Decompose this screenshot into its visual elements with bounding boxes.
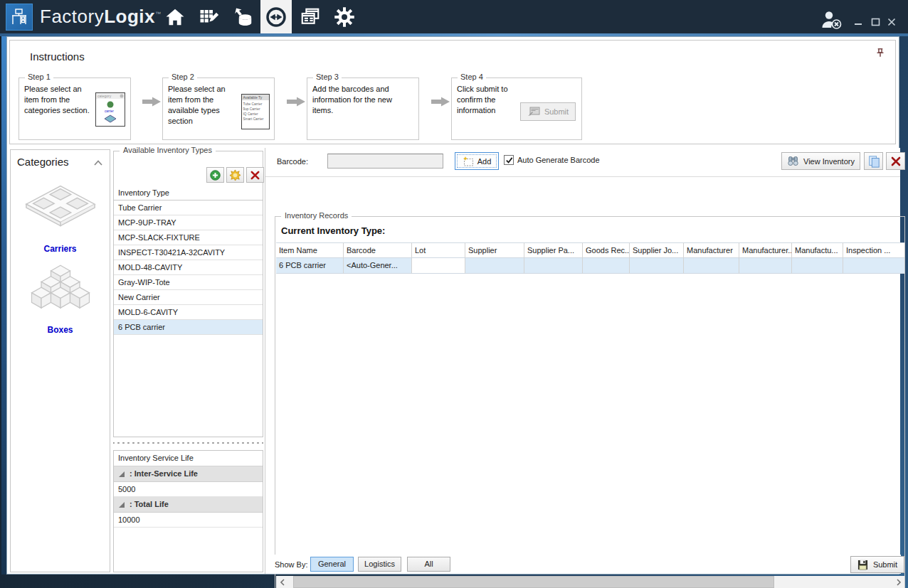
column-header-supplier-job[interactable]: Supplier Jo...: [630, 242, 684, 258]
type-row[interactable]: Gray-WIP-Tote: [114, 275, 263, 290]
step-4-text: Click submit to confirm the information: [457, 84, 521, 116]
step-arrow-icon: [430, 96, 451, 107]
step-4-box: Step 4 Click submit to confirm the infor…: [451, 77, 582, 140]
reports-windows-icon[interactable]: [295, 0, 326, 33]
column-header-lot[interactable]: Lot: [412, 242, 465, 258]
carriers-tray-icon: [22, 178, 99, 241]
inventory-records-group: Inventory Records Current Inventory Type…: [275, 216, 905, 588]
footer-bar: Show By: General Logistics All Submit: [265, 555, 901, 574]
cell-goods-received[interactable]: [583, 258, 630, 274]
column-header-goods-received[interactable]: Goods Rec...: [583, 242, 630, 258]
column-header-manufacturer-3[interactable]: Manufactu...: [792, 242, 843, 258]
edit-type-button[interactable]: [226, 167, 244, 183]
column-header-supplier[interactable]: Supplier: [465, 242, 524, 258]
type-row[interactable]: MOLD-48-CAVITY: [114, 260, 263, 275]
barcode-input[interactable]: [327, 154, 443, 169]
add-record-button[interactable]: Add: [455, 152, 499, 170]
step-2-box: Step 2 Please select an item from the av…: [162, 77, 275, 140]
cell-barcode[interactable]: <Auto-Gener...: [344, 258, 412, 274]
column-header-manufacturer-2[interactable]: Manufacturer...: [739, 242, 792, 258]
minimize-button[interactable]: [851, 16, 865, 28]
user-logout-icon[interactable]: [818, 10, 847, 30]
type-row[interactable]: New Carrier: [114, 290, 263, 305]
total-life-value[interactable]: 10000: [114, 513, 263, 528]
cell-manufacturer-3[interactable]: [792, 258, 843, 274]
inter-service-life-value[interactable]: 5000: [114, 482, 263, 497]
add-plus-icon: [209, 169, 221, 181]
cell-supplier-job[interactable]: [630, 258, 684, 274]
type-row[interactable]: MCP-9UP-TRAY: [114, 215, 263, 230]
cell-supplier-part[interactable]: [524, 258, 583, 274]
cell-item-name[interactable]: 6 PCB carrier: [276, 258, 344, 274]
column-header-manufacturer[interactable]: Manufacturer: [684, 242, 739, 258]
submit-button[interactable]: Submit: [850, 556, 904, 573]
production-grid-icon[interactable]: [194, 0, 225, 33]
frame-accent-strip: [1, 36, 6, 574]
type-row[interactable]: MCP-SLACK-FIXTURE: [114, 230, 263, 245]
copy-button[interactable]: [864, 152, 883, 170]
inter-service-life-group[interactable]: : Inter-Service Life: [114, 466, 263, 482]
view-inventory-button[interactable]: View Inventory: [781, 152, 860, 170]
type-row-selected[interactable]: 6 PCB carrier: [114, 320, 263, 335]
main-panel: Barcode: Add Auto Generate Barcode: [265, 148, 900, 574]
submit-button-label: Submit: [873, 560, 897, 569]
filter-general-button[interactable]: General: [310, 557, 354, 572]
column-header-supplier-part[interactable]: Supplier Pa...: [524, 242, 583, 258]
cell-inspection[interactable]: [843, 258, 904, 274]
category-item-carriers[interactable]: Carriers: [11, 178, 110, 254]
total-life-group[interactable]: : Total Life: [114, 497, 263, 513]
delete-x-icon: [250, 170, 260, 181]
show-by-label: Show By:: [275, 560, 307, 569]
available-types-legend: Available Inventory Types: [120, 146, 216, 154]
material-transfer-icon[interactable]: [260, 0, 292, 33]
filter-logistics-button[interactable]: Logistics: [358, 557, 401, 572]
filter-all-button[interactable]: All: [407, 557, 450, 572]
category-item-boxes[interactable]: Boxes: [11, 258, 110, 335]
type-list-header[interactable]: Inventory Type: [114, 186, 263, 201]
home-icon[interactable]: [159, 0, 191, 33]
inter-service-life-label: : Inter-Service Life: [130, 466, 198, 481]
svg-text:Smart Carrier: Smart Carrier: [243, 117, 264, 121]
receiving-database-icon[interactable]: [228, 0, 259, 33]
collapse-chevron-up-icon[interactable]: [93, 159, 103, 166]
cell-manufacturer-2[interactable]: [739, 258, 792, 274]
scroll-right-icon[interactable]: [892, 576, 904, 588]
records-grid: Item Name Barcode Lot Supplier Supplier …: [276, 242, 904, 274]
pin-icon[interactable]: [875, 48, 885, 58]
step-2-label: Step 2: [169, 73, 197, 81]
instructions-panel: Instructions Step 1 Please select an ite…: [9, 40, 896, 144]
cell-lot[interactable]: [412, 258, 465, 274]
clear-x-icon: [890, 156, 902, 167]
auto-generate-checkbox[interactable]: Auto Generate Barcode: [504, 155, 600, 165]
column-header-item-name[interactable]: Item Name: [276, 242, 344, 258]
column-header-inspection[interactable]: Inspection ...: [843, 242, 904, 258]
binoculars-icon: [787, 156, 799, 166]
add-type-button[interactable]: [206, 167, 224, 183]
step-arrow-icon: [285, 96, 307, 107]
svg-text:Available Ty: Available Ty: [243, 95, 263, 100]
splitter-handle[interactable]: [113, 439, 263, 447]
step-submit-button[interactable]: Submit: [520, 102, 576, 121]
svg-text:Tube Carrier: Tube Carrier: [243, 102, 263, 106]
column-header-barcode[interactable]: Barcode: [344, 242, 412, 258]
grid-header-row: Item Name Barcode Lot Supplier Supplier …: [276, 242, 904, 258]
close-button[interactable]: [885, 16, 899, 28]
edit-star-icon: [229, 169, 241, 181]
clear-button[interactable]: [886, 152, 905, 170]
cell-manufacturer[interactable]: [684, 258, 739, 274]
categories-panel: Categories Carriers: [10, 149, 110, 572]
delete-type-button[interactable]: [246, 167, 264, 183]
cell-supplier[interactable]: [465, 258, 524, 274]
horizontal-scrollbar[interactable]: [276, 576, 904, 588]
service-life-header: Inventory Service Life: [114, 451, 263, 466]
type-row[interactable]: Tube Carrier: [114, 201, 263, 215]
maximize-button[interactable]: [868, 16, 882, 28]
scrollbar-thumb[interactable]: [293, 576, 774, 588]
titlebar: FactoryLogix™: [0, 0, 908, 33]
type-row[interactable]: MOLD-6-CAVITY: [114, 305, 263, 320]
current-inventory-type-heading: Current Inventory Type:: [281, 225, 385, 236]
type-row[interactable]: INSPECT-T30421A-32CAVITY: [114, 245, 263, 260]
save-floppy-icon: [857, 560, 868, 570]
settings-gear-icon[interactable]: [329, 0, 360, 33]
scroll-left-icon[interactable]: [276, 576, 288, 588]
